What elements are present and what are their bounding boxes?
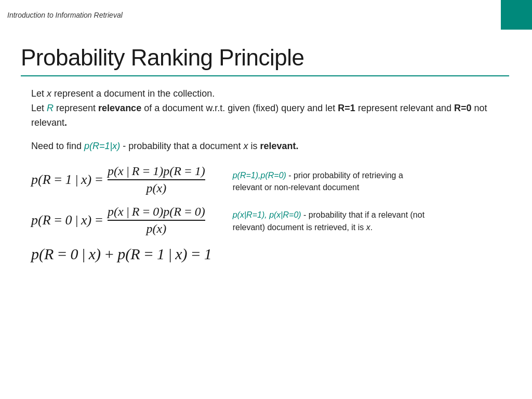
formula3: p(R = 0 | x) + p(R = 1 | x) = 1 (31, 245, 212, 263)
fraction2: p(x | R = 0)p(R = 0) p(x) (108, 205, 205, 236)
header-title: Introduction to Information Retrieval (7, 11, 123, 19)
content-area: Let x represent a document in the collec… (0, 76, 532, 272)
intro-text: Let x represent a document in the collec… (31, 87, 501, 130)
formula2-block: p(R = 0 | x) = p(x | R = 0)p(R = 0) p(x) (31, 205, 212, 236)
fraction1-numerator: p(x | R = 1)p(R = 1) (108, 164, 205, 180)
header-bar: Introduction to Information Retrieval (0, 0, 532, 30)
need-text: Need to find p(R=1|x) - probability that… (31, 141, 501, 152)
fraction2-numerator: p(x | R = 0)p(R = 0) (108, 205, 205, 221)
annotation1: p(R=1),p(R=0) - prior probability of ret… (233, 169, 430, 193)
annotation2: p(x|R=1), p(x|R=0) - probability that if… (233, 209, 430, 233)
fraction2-denominator: p(x) (147, 221, 167, 236)
formula1-block: p(R = 1 | x) = p(x | R = 1)p(R = 1) p(x) (31, 164, 212, 195)
formula3-block: p(R = 0 | x) + p(R = 1 | x) = 1 (31, 245, 212, 263)
formula-section: p(R = 1 | x) = p(x | R = 1)p(R = 1) p(x)… (31, 164, 501, 272)
formula2: p(R = 0 | x) = p(x | R = 0)p(R = 0) p(x) (31, 205, 212, 236)
slide-title-area: Probability Ranking Principle (0, 30, 532, 76)
formula1: p(R = 1 | x) = p(x | R = 1)p(R = 1) p(x) (31, 164, 212, 195)
slide-title: Probability Ranking Principle (21, 45, 511, 70)
annotations-right: p(R=1),p(R=0) - prior probability of ret… (233, 164, 501, 243)
fraction1: p(x | R = 1)p(R = 1) p(x) (108, 164, 205, 195)
fraction1-denominator: p(x) (147, 180, 167, 195)
formulas-left: p(R = 1 | x) = p(x | R = 1)p(R = 1) p(x)… (31, 164, 212, 272)
